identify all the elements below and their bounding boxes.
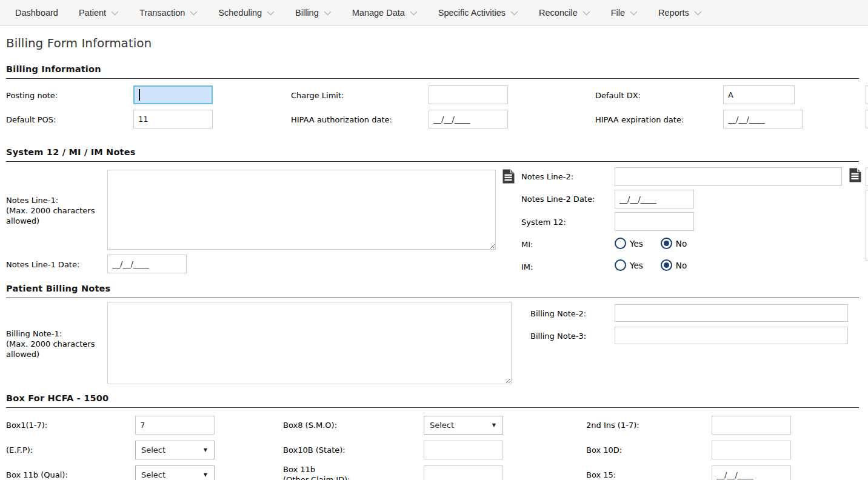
- nav-label: Specific Activities: [438, 8, 506, 18]
- box10b-label: Box10B (State):: [283, 445, 346, 455]
- billing-form-page: Dashboard Patient Transaction Scheduling…: [0, 0, 868, 480]
- chevron-down-icon: [324, 11, 332, 16]
- chevron-down-icon: [630, 11, 638, 16]
- billing-note3-input[interactable]: [615, 327, 848, 344]
- charge-limit-label: Charge Limit:: [291, 91, 344, 100]
- box11b-qual-label: Box 11b (Qual):: [6, 470, 68, 479]
- im-radio-group: Yes No: [615, 259, 687, 271]
- nav-item-manage-data[interactable]: Manage Data: [352, 8, 418, 18]
- default-pos-input[interactable]: [133, 110, 213, 128]
- hipaa-authorization-date-label: HIPAA authorization date:: [291, 115, 392, 124]
- mi-radio-group: Yes No: [615, 238, 687, 249]
- box11b-other-input[interactable]: [424, 465, 503, 480]
- box11b-qual-select-value: Select: [141, 470, 165, 479]
- nav-item-specific-activities[interactable]: Specific Activities: [438, 8, 518, 18]
- box8-select-value: Select: [430, 421, 454, 430]
- im-no-radio-label: No: [676, 261, 687, 270]
- note-document-icon[interactable]: [502, 169, 515, 184]
- mi-no-radio-label: No: [676, 239, 687, 248]
- notes-line1-date-input[interactable]: [107, 255, 187, 273]
- box8-select[interactable]: Select ▼: [424, 416, 503, 435]
- billing-note1-textarea[interactable]: [107, 302, 512, 384]
- dropdown-arrow-icon: ▼: [492, 423, 496, 428]
- cutoff-input-edge: [866, 190, 868, 261]
- nav-item-patient[interactable]: Patient: [79, 8, 119, 18]
- efp-label: (E.F.P):: [6, 445, 33, 455]
- box10d-label: Box 10D:: [586, 445, 622, 455]
- nav-label: Billing: [295, 8, 319, 18]
- chevron-down-icon: [583, 11, 590, 16]
- nav-label: Scheduling: [218, 8, 262, 18]
- nav-label: Dashboard: [15, 8, 58, 18]
- box15-input[interactable]: [712, 465, 791, 480]
- second-ins-input[interactable]: [712, 416, 791, 435]
- box11b-qual-select[interactable]: Select ▼: [135, 465, 215, 480]
- notes-line2-date-input[interactable]: [615, 190, 694, 208]
- efp-select[interactable]: Select ▼: [135, 441, 215, 459]
- im-yes-radio[interactable]: [615, 259, 626, 271]
- billing-note3-label: Billing Note-3:: [530, 332, 586, 341]
- box15-label: Box 15:: [586, 470, 616, 479]
- dropdown-arrow-icon: ▼: [204, 448, 207, 453]
- nav-item-dashboard[interactable]: Dashboard: [15, 8, 58, 18]
- cutoff-input-edge: [866, 167, 868, 186]
- nav-label: Reconcile: [539, 8, 578, 18]
- notes-line1-label-text: Notes Line-1:: [6, 196, 58, 205]
- notes-line2-input[interactable]: [615, 167, 842, 186]
- nav-item-reports[interactable]: Reports: [658, 8, 702, 18]
- second-ins-label: 2nd Ins (1-7):: [586, 421, 639, 430]
- nav-item-billing[interactable]: Billing: [295, 8, 332, 18]
- charge-limit-input[interactable]: [429, 85, 508, 104]
- default-pos-label: Default POS:: [6, 115, 56, 124]
- box11b-other-label-line1: Box 11b: [283, 465, 315, 474]
- posting-note-input[interactable]: [133, 85, 213, 104]
- billing-note2-input[interactable]: [615, 304, 848, 322]
- efp-select-value: Select: [141, 445, 165, 455]
- note-document-icon[interactable]: [849, 168, 862, 182]
- hipaa-expiration-date-input[interactable]: [723, 110, 803, 128]
- nav-item-reconcile[interactable]: Reconcile: [539, 8, 590, 18]
- system12-label: System 12:: [521, 218, 566, 227]
- notes-line1-textarea[interactable]: [107, 170, 496, 250]
- billing-note1-label: Billing Note-1: (Max. 2000 characters al…: [6, 328, 110, 359]
- nav-label: Manage Data: [352, 8, 405, 18]
- section-header-patient-billing-notes: Patient Billing Notes: [6, 284, 859, 298]
- nav-item-file[interactable]: File: [611, 8, 638, 18]
- nav-label: Patient: [79, 8, 106, 18]
- section-header-system12-notes: System 12 / MI / IM Notes: [6, 147, 859, 162]
- notes-line1-date-label: Notes Line-1 Date:: [6, 260, 79, 269]
- chevron-down-icon: [190, 11, 198, 16]
- default-dx-label: Default DX:: [595, 91, 641, 100]
- box10d-input[interactable]: [712, 441, 791, 459]
- chevron-down-icon: [267, 11, 275, 16]
- box11b-other-label-line2: (Other Claim ID):: [283, 475, 350, 480]
- text-cursor: [139, 89, 140, 101]
- cutoff-input-edge: [866, 85, 868, 104]
- system12-input[interactable]: [615, 212, 694, 231]
- im-yes-radio-label: Yes: [630, 261, 643, 270]
- nav-label: File: [611, 8, 625, 18]
- chevron-down-icon: [510, 11, 518, 16]
- box10b-input[interactable]: [424, 441, 503, 459]
- default-dx-input[interactable]: [723, 85, 795, 104]
- section-header-hcfa-1500: Box For HCFA - 1500: [6, 393, 859, 408]
- nav-label: Transaction: [139, 8, 185, 18]
- mi-yes-radio[interactable]: [615, 238, 626, 249]
- hipaa-expiration-date-label: HIPAA expiration date:: [595, 115, 684, 124]
- nav-item-scheduling[interactable]: Scheduling: [218, 8, 275, 18]
- mi-yes-radio-label: Yes: [630, 239, 643, 248]
- billing-note1-label-text: Billing Note-1:: [6, 329, 62, 338]
- mi-no-radio[interactable]: [661, 238, 672, 249]
- im-no-radio[interactable]: [661, 259, 672, 271]
- chevron-down-icon: [111, 11, 119, 16]
- cutoff-input-edge: [866, 110, 868, 128]
- box1-input[interactable]: [135, 416, 215, 435]
- nav-label: Reports: [658, 8, 689, 18]
- nav-item-transaction[interactable]: Transaction: [139, 8, 198, 18]
- notes-line1-hint: (Max. 2000 characters allowed): [6, 206, 95, 225]
- dropdown-arrow-icon: ▼: [204, 473, 207, 478]
- posting-note-label: Posting note:: [6, 91, 58, 100]
- im-label: IM:: [521, 262, 533, 272]
- hipaa-authorization-date-input[interactable]: [429, 110, 508, 128]
- section-header-billing-information: Billing Information: [6, 64, 859, 79]
